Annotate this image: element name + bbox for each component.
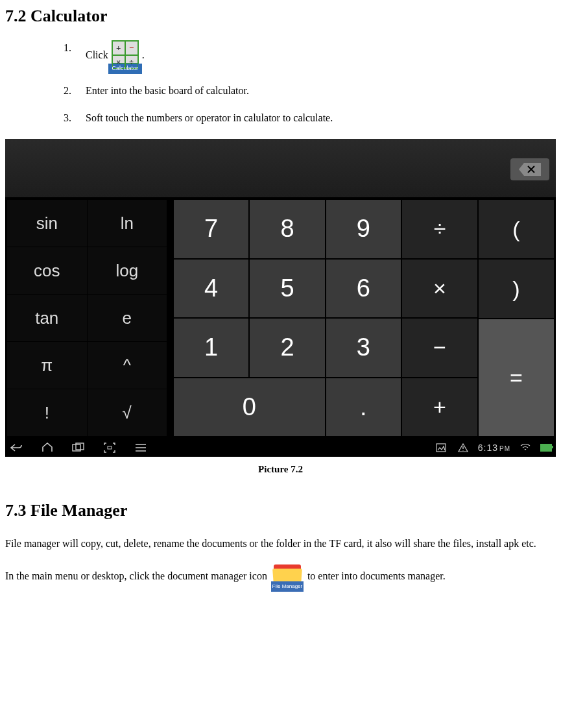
step-number: 1. bbox=[64, 40, 71, 56]
android-nav-bar: 6:13PM bbox=[5, 438, 556, 457]
recent-apps-icon[interactable] bbox=[71, 441, 86, 455]
paren-pad: ( ) = bbox=[479, 200, 554, 436]
step-number: 3. bbox=[64, 110, 71, 126]
digit-1[interactable]: 1 bbox=[174, 319, 248, 377]
step-1: 1. Click +− ×÷ Calculator . bbox=[64, 40, 556, 71]
tan-button[interactable]: tan bbox=[7, 295, 87, 341]
divide-button[interactable]: ÷ bbox=[402, 200, 477, 258]
digit-4[interactable]: 4 bbox=[174, 260, 248, 318]
cos-button[interactable]: cos bbox=[7, 247, 87, 294]
multiply-button[interactable]: × bbox=[402, 260, 477, 318]
numeric-pad: 7 8 9 4 5 6 1 2 3 0 . bbox=[174, 200, 401, 436]
digit-5[interactable]: 5 bbox=[250, 260, 324, 318]
step-text: Enter into the basic board of calculator… bbox=[86, 85, 249, 96]
digit-7[interactable]: 7 bbox=[174, 200, 248, 258]
p2-pre: In the main menu or desktop, click the d… bbox=[5, 570, 270, 581]
file-manager-app-icon: File Manager bbox=[271, 562, 304, 592]
scientific-pad: sin ln cos log tan e π ^ ! √ bbox=[5, 198, 169, 438]
digit-8[interactable]: 8 bbox=[250, 200, 324, 258]
plus-button[interactable]: + bbox=[402, 378, 477, 437]
backspace-icon bbox=[519, 163, 541, 176]
digit-6[interactable]: 6 bbox=[326, 260, 401, 318]
battery-status-icon bbox=[540, 444, 552, 452]
p2-post: to enter into documents manager. bbox=[305, 570, 446, 581]
step-text-pre: Click bbox=[86, 49, 108, 60]
picture-7-2-caption: Picture 7.2 bbox=[5, 464, 556, 475]
log-button[interactable]: log bbox=[88, 247, 167, 294]
home-icon[interactable] bbox=[40, 441, 54, 455]
operator-pad: ÷ × − + bbox=[402, 200, 477, 436]
calculator-app-icon: +− ×÷ Calculator bbox=[108, 40, 142, 74]
file-manager-icon-label: File Manager bbox=[271, 581, 304, 592]
factorial-button[interactable]: ! bbox=[7, 389, 87, 436]
status-time: 6:13PM bbox=[478, 443, 510, 453]
ln-button[interactable]: ln bbox=[88, 200, 167, 247]
open-paren-button[interactable]: ( bbox=[479, 200, 554, 258]
svg-rect-2 bbox=[108, 446, 112, 449]
digit-2[interactable]: 2 bbox=[250, 319, 324, 377]
equals-button[interactable]: = bbox=[479, 319, 554, 436]
menu-icon[interactable] bbox=[134, 441, 148, 455]
back-icon[interactable] bbox=[9, 441, 23, 455]
decimal-point[interactable]: . bbox=[326, 378, 401, 437]
step-2: 2. Enter into the basic board of calcula… bbox=[64, 83, 556, 99]
file-manager-howto: In the main menu or desktop, click the d… bbox=[5, 562, 556, 592]
digit-3[interactable]: 3 bbox=[326, 319, 401, 377]
step-number: 2. bbox=[64, 83, 71, 99]
sin-button[interactable]: sin bbox=[7, 200, 87, 247]
file-manager-intro: File manager will copy, cut, delete, ren… bbox=[5, 535, 556, 553]
step-text-post: . bbox=[142, 49, 145, 60]
picture-status-icon bbox=[434, 441, 448, 455]
section-7-3-title: 7.3 File Manager bbox=[5, 501, 556, 520]
step-3: 3. Soft touch the numbers or operator in… bbox=[64, 110, 556, 126]
status-time-value: 6:13 bbox=[478, 443, 498, 453]
wifi-status-icon bbox=[518, 441, 532, 455]
warning-status-icon bbox=[456, 441, 470, 455]
status-time-suffix: PM bbox=[499, 445, 510, 452]
minus-button[interactable]: − bbox=[402, 319, 477, 377]
calculator-body: sin ln cos log tan e π ^ ! √ 7 8 9 4 5 6… bbox=[5, 198, 556, 438]
digit-0[interactable]: 0 bbox=[174, 378, 325, 437]
calculator-screenshot: sin ln cos log tan e π ^ ! √ 7 8 9 4 5 6… bbox=[5, 139, 556, 456]
calculator-app-icon-label: Calculator bbox=[108, 64, 142, 74]
calculator-steps: 1. Click +− ×÷ Calculator . 2. Enter int… bbox=[64, 40, 556, 126]
pi-button[interactable]: π bbox=[7, 342, 87, 389]
close-paren-button[interactable]: ) bbox=[479, 260, 554, 318]
digit-9[interactable]: 9 bbox=[326, 200, 401, 258]
calculator-display bbox=[5, 139, 556, 198]
sqrt-button[interactable]: √ bbox=[88, 389, 167, 436]
screenshot-icon[interactable] bbox=[102, 441, 117, 455]
e-button[interactable]: e bbox=[88, 295, 167, 341]
power-button[interactable]: ^ bbox=[88, 342, 167, 389]
section-7-2-title: 7.2 Calculator bbox=[5, 6, 556, 26]
numeric-pad-wrap: 7 8 9 4 5 6 1 2 3 0 . ÷ × − + ( ) = bbox=[169, 198, 556, 438]
backspace-button[interactable] bbox=[510, 158, 549, 180]
step-text: Soft touch the numbers or operator in ca… bbox=[86, 112, 333, 123]
